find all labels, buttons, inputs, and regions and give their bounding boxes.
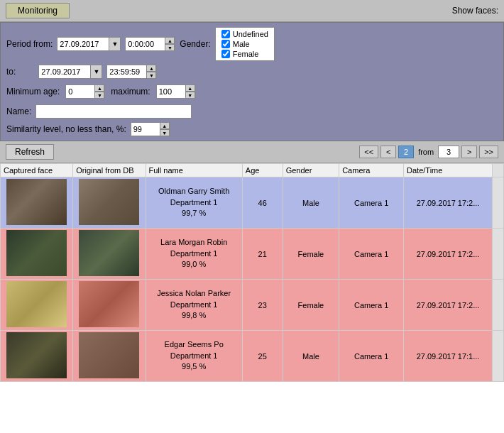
period-from-row: Period from: ▼ ▲ ▼ Gender: Undefined — [6, 27, 498, 61]
min-age-label: Minimum age: — [6, 87, 60, 97]
period-to-row: to: ▼ ▲ ▼ — [6, 65, 498, 79]
min-age-down[interactable]: ▼ — [94, 92, 104, 99]
gender-cell: Male — [283, 177, 339, 229]
date-from-dropdown-btn[interactable]: ▼ — [109, 38, 120, 50]
name-input[interactable] — [35, 104, 192, 119]
filter-panel: Period from: ▼ ▲ ▼ Gender: Undefined — [0, 22, 504, 141]
period-to-label: to: — [6, 67, 16, 77]
first-page-button[interactable]: << — [359, 146, 378, 158]
fullname-cell: Lara Morgan RobinDepartment 199,0 % — [146, 229, 242, 280]
next-page-button[interactable]: > — [461, 146, 477, 158]
time-to-input[interactable] — [107, 65, 146, 78]
time-to-wrapper[interactable]: ▲ ▼ — [106, 65, 157, 79]
min-age-input[interactable] — [66, 85, 94, 98]
time-to-spinners: ▲ ▼ — [146, 65, 156, 79]
time-from-wrapper[interactable]: ▲ ▼ — [125, 37, 175, 51]
max-age-wrapper[interactable]: ▲ ▼ — [156, 84, 196, 99]
similarity-up[interactable]: ▲ — [160, 122, 170, 129]
show-faces-label: Show faces: — [452, 6, 498, 16]
data-table: Captured face Original from DB Full name… — [0, 163, 504, 433]
table-row[interactable]: Edgar Seems PoDepartment 199,5 %25MaleCa… — [1, 331, 504, 382]
current-page[interactable]: 2 — [398, 146, 414, 158]
gender-label: Gender: — [180, 39, 210, 49]
gender-female-checkbox[interactable] — [221, 50, 230, 58]
datetime-cell: 27.09.2017 17:1... — [404, 331, 493, 382]
date-from-input[interactable] — [57, 38, 109, 50]
date-from-wrapper[interactable]: ▼ — [57, 37, 121, 51]
scroll-cell — [493, 331, 504, 382]
scroll-cell — [493, 280, 504, 331]
from-label: from — [416, 148, 436, 156]
table-row[interactable]: Oldman Garry SmithDepartment 199,7 %46Ma… — [1, 177, 504, 229]
captured-face-cell — [1, 280, 73, 331]
header-camera: Camera — [339, 164, 404, 177]
gender-female-label: Female — [233, 50, 259, 58]
gender-box: Undefined Male Female — [215, 27, 275, 61]
gender-male-checkbox[interactable] — [221, 40, 230, 48]
gender-female-row[interactable]: Female — [221, 50, 268, 58]
date-to-dropdown-btn[interactable]: ▼ — [90, 65, 102, 78]
app-container: Monitoring Show faces: Period from: ▼ ▲ … — [0, 0, 504, 433]
min-age-up[interactable]: ▲ — [94, 84, 104, 92]
date-to-wrapper[interactable]: ▼ — [38, 65, 102, 79]
scroll-cell — [493, 229, 504, 280]
header-datetime: Date/Time — [404, 164, 493, 177]
fullname-cell: Oldman Garry SmithDepartment 199,7 % — [146, 177, 242, 229]
time-to-up[interactable]: ▲ — [146, 65, 156, 72]
gender-undefined-row[interactable]: Undefined — [221, 30, 268, 38]
age-cell: 23 — [242, 280, 283, 331]
gender-undefined-checkbox[interactable] — [221, 30, 230, 38]
min-age-wrapper[interactable]: ▲ ▼ — [65, 84, 105, 99]
similarity-spinners: ▲ ▼ — [160, 122, 170, 136]
table-row[interactable]: Lara Morgan RobinDepartment 199,0 %21Fem… — [1, 229, 504, 280]
captured-face-cell — [1, 331, 73, 382]
db-face-cell — [73, 331, 146, 382]
header-gender: Gender — [283, 164, 339, 177]
gender-cell: Female — [283, 280, 339, 331]
time-from-down[interactable]: ▼ — [165, 44, 175, 51]
pagination: << < 2 from 3 > >> — [359, 146, 498, 158]
max-age-input[interactable] — [157, 85, 185, 98]
monitoring-tab[interactable]: Monitoring — [6, 3, 70, 18]
max-age-up[interactable]: ▲ — [185, 84, 195, 92]
scroll-cell — [493, 177, 504, 229]
title-bar: Monitoring Show faces: — [0, 0, 504, 22]
header-full-name: Full name — [146, 164, 242, 177]
date-to-input[interactable] — [39, 65, 90, 78]
total-pages: 3 — [438, 146, 459, 158]
similarity-input[interactable] — [131, 123, 160, 136]
prev-page-button[interactable]: < — [380, 146, 396, 158]
camera-cell: Camera 1 — [339, 280, 404, 331]
max-age-down[interactable]: ▼ — [185, 92, 195, 99]
camera-cell: Camera 1 — [339, 229, 404, 280]
gender-male-row[interactable]: Male — [221, 40, 268, 48]
last-page-button[interactable]: >> — [479, 146, 498, 158]
min-age-spinners: ▲ ▼ — [94, 84, 104, 99]
datetime-cell: 27.09.2017 17:2... — [404, 229, 493, 280]
time-to-down[interactable]: ▼ — [146, 72, 156, 79]
period-from-label: Period from: — [6, 39, 53, 49]
similarity-wrapper[interactable]: ▲ ▼ — [131, 122, 170, 136]
age-cell: 25 — [242, 331, 283, 382]
time-from-up[interactable]: ▲ — [165, 37, 175, 44]
similarity-down[interactable]: ▼ — [160, 129, 170, 136]
gender-cell: Female — [283, 229, 339, 280]
camera-cell: Camera 1 — [339, 177, 404, 229]
captured-face-cell — [1, 177, 73, 229]
max-age-label: maximum: — [111, 87, 150, 97]
fullname-cell: Edgar Seems PoDepartment 199,5 % — [146, 331, 242, 382]
time-from-input[interactable] — [126, 38, 165, 50]
table-row[interactable]: Jessica Nolan ParkerDepartment 199,8 %23… — [1, 280, 504, 331]
name-label: Name: — [6, 106, 31, 116]
similarity-label: Similarity level, no less than, %: — [6, 124, 126, 134]
gender-cell: Male — [283, 331, 339, 382]
db-face-cell — [73, 280, 146, 331]
max-age-spinners: ▲ ▼ — [185, 84, 195, 99]
controls-bar: Refresh << < 2 from 3 > >> — [0, 141, 504, 163]
age-cell: 21 — [242, 229, 283, 280]
captured-face-cell — [1, 229, 73, 280]
name-row: Name: — [6, 104, 498, 119]
header-original-db: Original from DB — [73, 164, 146, 177]
db-face-cell — [73, 177, 146, 229]
refresh-button[interactable]: Refresh — [6, 144, 54, 160]
